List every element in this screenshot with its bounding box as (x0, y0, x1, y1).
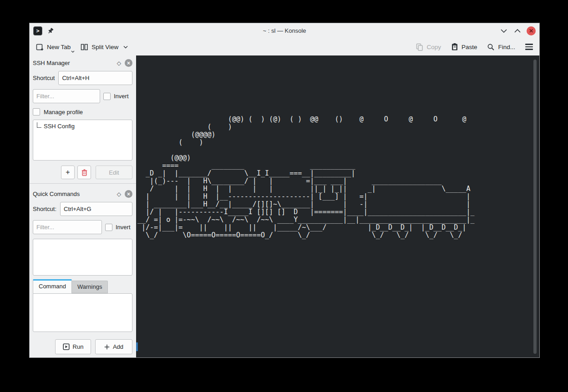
copy-label: Copy (426, 44, 441, 50)
qc-invert-label: Invert (116, 224, 131, 231)
qc-invert-checkbox[interactable] (105, 224, 112, 231)
ssh-filter-input[interactable] (33, 89, 100, 103)
float-panel-icon[interactable]: ◇ (117, 191, 121, 197)
run-label: Run (73, 343, 84, 350)
ssh-manager-title: SSH Manager (33, 60, 70, 66)
tab-command[interactable]: Command (33, 279, 72, 293)
minimize-icon[interactable] (499, 26, 508, 35)
run-button[interactable]: Run (55, 339, 91, 354)
chevron-down-icon (123, 45, 128, 49)
shortcut-label: Shortcut (33, 75, 55, 81)
tree-item-ssh-config[interactable]: SSH Config (33, 120, 132, 130)
sl-ascii-art: (@@) ( ) (@) ( ) @@ () @ O @ O @ ( ) (@@… (137, 116, 475, 239)
ssh-invert-label: Invert (114, 93, 129, 100)
split-view-label: Split View (91, 44, 118, 50)
tree-branch-icon (37, 122, 41, 128)
qc-shortcut-label: Shortcut: (33, 206, 56, 212)
close-icon[interactable]: ✕ (527, 26, 536, 35)
find-button[interactable]: Find... (487, 43, 515, 51)
qc-add-button[interactable]: Add (95, 339, 132, 354)
trash-icon (81, 169, 87, 176)
split-view-button[interactable]: Split View (81, 43, 128, 51)
paste-label: Paste (462, 44, 477, 50)
split-view-icon (81, 43, 88, 51)
search-icon (487, 43, 495, 51)
splitter-handle-highlight[interactable] (136, 342, 138, 351)
new-tab-dropdown-icon[interactable] (71, 50, 75, 53)
ssh-manager-header: SSH Manager ◇ × (30, 55, 136, 70)
titlebar[interactable]: > ~ : sl — Konsole (30, 23, 539, 38)
qc-command-editor[interactable] (33, 293, 132, 332)
konsole-app-icon: > (33, 26, 42, 35)
qc-filter-input[interactable] (33, 220, 102, 234)
qc-tabs: Command Warnings (30, 279, 136, 293)
paste-icon (451, 43, 458, 51)
qc-shortcut-input[interactable] (60, 202, 132, 216)
new-tab-icon (36, 43, 44, 51)
toolbar: New Tab Split View (30, 38, 539, 55)
copy-icon (416, 43, 423, 51)
desktop: > ~ : sl — Konsole (0, 0, 568, 392)
manage-profile-label: Manage profile (44, 109, 83, 116)
copy-button[interactable]: Copy (416, 43, 441, 51)
quick-commands-title: Quick Commands (33, 191, 80, 197)
maximize-icon[interactable] (513, 26, 522, 35)
manage-profile-checkbox[interactable] (33, 108, 40, 116)
ssh-shortcut-input[interactable] (58, 71, 132, 85)
konsole-window: > ~ : sl — Konsole (29, 23, 540, 358)
ssh-invert-checkbox[interactable] (103, 93, 111, 100)
edit-ssh-button[interactable]: Edit (96, 166, 132, 179)
close-panel-icon[interactable]: × (125, 59, 132, 67)
terminal-display[interactable]: (@@) ( ) (@) ( ) @@ () @ O @ O @ ( ) (@@… (136, 55, 539, 357)
qc-add-label: Add (113, 343, 123, 350)
plus-icon (104, 344, 110, 350)
find-label: Find... (498, 44, 515, 50)
quick-commands-list[interactable] (33, 239, 132, 276)
pin-icon (47, 27, 54, 35)
new-tab-button[interactable]: New Tab (36, 43, 71, 51)
close-panel-icon[interactable]: × (125, 190, 132, 198)
add-ssh-button[interactable]: + (61, 166, 75, 179)
ssh-config-tree[interactable]: SSH Config (33, 120, 132, 161)
tab-warnings[interactable]: Warnings (72, 281, 108, 293)
delete-ssh-button[interactable] (77, 166, 91, 179)
float-panel-icon[interactable]: ◇ (117, 60, 121, 66)
quick-commands-header: Quick Commands ◇ × (30, 186, 136, 201)
terminal-scrollbar[interactable] (533, 60, 537, 354)
window-title: ~ : sl — Konsole (30, 27, 539, 34)
hamburger-menu-icon[interactable] (525, 44, 533, 50)
new-tab-label: New Tab (47, 44, 71, 50)
sidebar: SSH Manager ◇ × Shortcut Invert (30, 55, 136, 357)
panel-divider (30, 183, 136, 184)
run-icon (63, 343, 70, 350)
paste-button[interactable]: Paste (451, 43, 477, 51)
